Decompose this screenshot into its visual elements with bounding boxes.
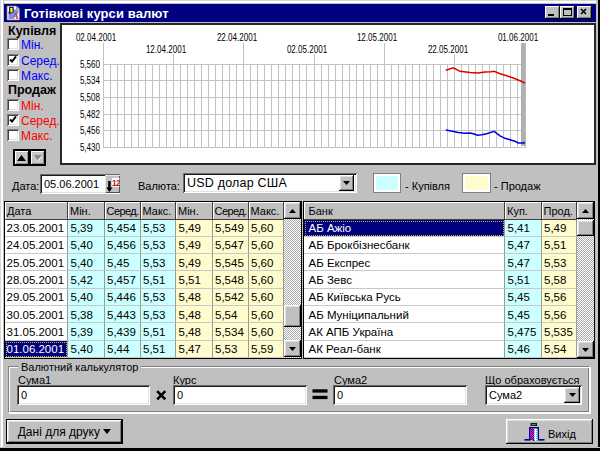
svg-text:A: A (12, 11, 19, 21)
svg-text:12: 12 (112, 178, 120, 188)
